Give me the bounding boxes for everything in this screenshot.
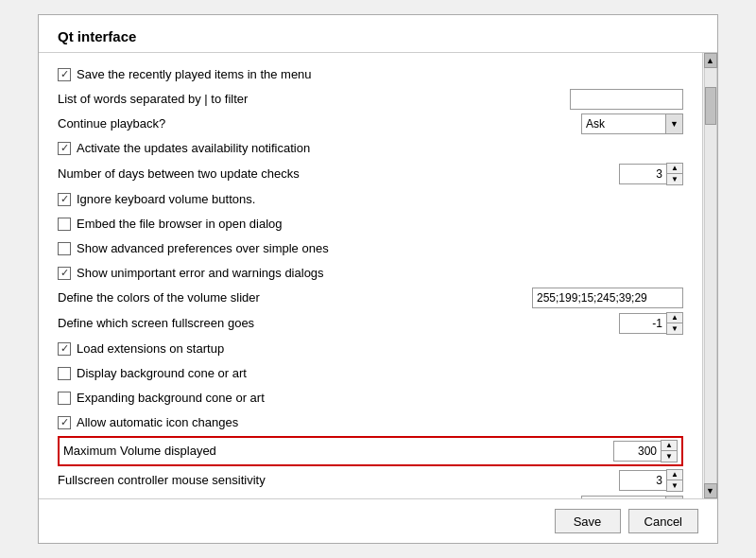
spinner-up-mouse-sensitivity[interactable]: ▲ <box>667 470 682 480</box>
checkbox-auto-icon[interactable] <box>58 416 71 429</box>
spinner-input-update-days[interactable] <box>619 164 666 184</box>
spinner-input-max-volume[interactable] <box>613 441 661 462</box>
content-area: Save the recently played items in the me… <box>39 53 702 498</box>
label-update-days: Number of days between two update checks <box>58 166 619 183</box>
row-filter-words: List of words separated by | to filter <box>58 87 683 112</box>
label-mouse-sensitivity: Fullscreen controller mouse sensitivity <box>58 473 619 489</box>
spinner-down-update-days[interactable]: ▼ <box>667 174 682 184</box>
spinner-wrap-mouse-sensitivity: ▲ ▼ <box>619 469 683 492</box>
checkbox-wrap-load-extensions: Load extensions on startup <box>58 341 683 357</box>
row-max-volume: Maximum Volume displayed ▲ ▼ <box>58 436 683 466</box>
select-wrap-continue-playback: AskYesNo ▼ <box>581 113 683 134</box>
row-show-advanced: Show advanced preferences over simple on… <box>58 236 683 261</box>
label-display-bg: Display background cone or art <box>77 366 683 382</box>
label-volume-colors: Define the colors of the volume slider <box>58 290 532 306</box>
control-mouse-sensitivity: ▲ ▼ <box>619 469 683 492</box>
scrollbar-track <box>704 68 717 483</box>
row-embed-browser: Embed the file browser in open dialog <box>58 212 683 236</box>
checkbox-wrap-expanding-bg: Expanding background cone or art <box>58 391 683 407</box>
checkbox-show-advanced[interactable] <box>58 242 71 255</box>
spinner-wrap-max-volume: ▲ ▼ <box>613 440 678 462</box>
input-volume-colors[interactable] <box>532 288 683 308</box>
row-mouse-sensitivity: Fullscreen controller mouse sensitivity … <box>58 467 683 494</box>
control-volume-colors <box>532 288 683 308</box>
cancel-button[interactable]: Cancel <box>628 509 698 533</box>
row-volume-colors: Define the colors of the volume slider <box>58 286 683 310</box>
row-continue-playback: Continue playback? AskYesNo ▼ <box>58 112 683 136</box>
spinner-up-update-days[interactable]: ▲ <box>667 164 682 174</box>
save-button[interactable]: Save <box>555 509 621 533</box>
scrollbar-up-button[interactable]: ▲ <box>704 53 717 68</box>
label-max-volume: Maximum Volume displayed <box>63 444 613 460</box>
spinner-input-fullscreen-screen[interactable] <box>619 313 666 334</box>
checkbox-embed-browser[interactable] <box>58 218 71 231</box>
label-embed-browser: Embed the file browser in open dialog <box>77 217 683 233</box>
qt-interface-dialog: Qt interface Save the recently played it… <box>38 14 718 544</box>
checkbox-ignore-kbd-vol[interactable] <box>58 193 71 206</box>
row-update-days: Number of days between two update checks… <box>58 161 683 187</box>
checkbox-expanding-bg[interactable] <box>58 392 71 405</box>
checkbox-show-unimportant[interactable] <box>58 267 71 280</box>
label-fullscreen-screen: Define which screen fullscreen goes <box>58 316 619 332</box>
checkbox-wrap-show-advanced: Show advanced preferences over simple on… <box>58 241 683 257</box>
row-save-recent: Save the recently played items in the me… <box>58 62 683 87</box>
dialog-footer: Save Cancel <box>39 498 717 543</box>
scrollbar-down-button[interactable]: ▼ <box>704 483 717 498</box>
spinner-buttons-mouse-sensitivity: ▲ ▼ <box>666 469 683 492</box>
checkbox-display-bg[interactable] <box>58 367 71 380</box>
checkbox-load-extensions[interactable] <box>58 342 71 356</box>
control-max-volume: ▲ ▼ <box>613 440 678 462</box>
row-display-bg: Display background cone or art <box>58 361 683 386</box>
control-continue-playback: AskYesNo ▼ <box>581 113 683 134</box>
spinner-down-mouse-sensitivity[interactable]: ▼ <box>667 480 682 491</box>
row-load-extensions: Load extensions on startup <box>58 337 683 361</box>
scrollbar-thumb[interactable] <box>705 87 716 125</box>
spinner-input-mouse-sensitivity[interactable] <box>619 470 666 491</box>
spinner-buttons-update-days: ▲ ▼ <box>666 163 683 185</box>
label-auto-icon: Allow automatic icon changes <box>77 415 683 431</box>
dialog-body: Save the recently played items in the me… <box>39 53 717 498</box>
spinner-buttons-fullscreen-screen: ▲ ▼ <box>666 312 683 335</box>
checkbox-wrap-show-unimportant: Show unimportant error and warnings dial… <box>58 266 683 282</box>
control-fullscreen-screen: ▲ ▼ <box>619 312 683 335</box>
checkbox-wrap-embed-browser: Embed the file browser in open dialog <box>58 217 683 233</box>
control-filter-words <box>570 89 683 110</box>
spinner-buttons-max-volume: ▲ ▼ <box>661 440 678 462</box>
input-filter-words[interactable] <box>570 89 683 110</box>
label-show-advanced: Show advanced preferences over simple on… <box>77 241 683 257</box>
row-expanding-bg: Expanding background cone or art <box>58 386 683 410</box>
checkbox-wrap-update-notify: Activate the updates availability notifi… <box>58 141 683 157</box>
row-fullscreen-screen: Define which screen fullscreen goes ▲ ▼ <box>58 310 683 337</box>
spinner-up-fullscreen-screen[interactable]: ▲ <box>667 313 682 323</box>
checkbox-wrap-auto-icon: Allow automatic icon changes <box>58 415 683 431</box>
scrollbar[interactable]: ▲ ▼ <box>702 53 717 498</box>
spinner-down-max-volume[interactable]: ▼ <box>662 451 677 462</box>
label-ignore-kbd-vol: Ignore keyboard volume buttons. <box>77 192 683 208</box>
dialog-title: Qt interface <box>39 15 717 53</box>
row-show-unimportant: Show unimportant error and warnings dial… <box>58 261 683 286</box>
row-auto-icon: Allow automatic icon changes <box>58 410 683 435</box>
label-expanding-bg: Expanding background cone or art <box>77 391 683 407</box>
label-load-extensions: Load extensions on startup <box>77 341 683 357</box>
label-filter-words: List of words separated by | to filter <box>58 92 570 108</box>
select-arrow-continue-playback[interactable]: ▼ <box>666 113 683 134</box>
row-update-notify: Activate the updates availability notifi… <box>58 136 683 161</box>
checkbox-save-recent[interactable] <box>58 68 71 81</box>
spinner-up-max-volume[interactable]: ▲ <box>662 441 677 451</box>
control-update-days: ▲ ▼ <box>619 163 683 185</box>
checkbox-wrap-ignore-kbd-vol: Ignore keyboard volume buttons. <box>58 192 683 208</box>
label-save-recent: Save the recently played items in the me… <box>77 67 683 83</box>
checkbox-wrap-save-recent: Save the recently played items in the me… <box>58 67 683 83</box>
spinner-wrap-fullscreen-screen: ▲ ▼ <box>619 312 683 335</box>
label-continue-playback: Continue playback? <box>58 116 581 132</box>
label-show-unimportant: Show unimportant error and warnings dial… <box>77 266 683 282</box>
checkbox-wrap-display-bg: Display background cone or art <box>58 366 683 382</box>
spinner-down-fullscreen-screen[interactable]: ▼ <box>667 323 682 334</box>
checkbox-update-notify[interactable] <box>58 142 71 155</box>
select-continue-playback[interactable]: AskYesNo <box>581 113 666 134</box>
label-update-notify: Activate the updates availability notifi… <box>77 141 683 157</box>
row-ignore-kbd-vol: Ignore keyboard volume buttons. <box>58 187 683 212</box>
spinner-wrap-update-days: ▲ ▼ <box>619 163 683 185</box>
